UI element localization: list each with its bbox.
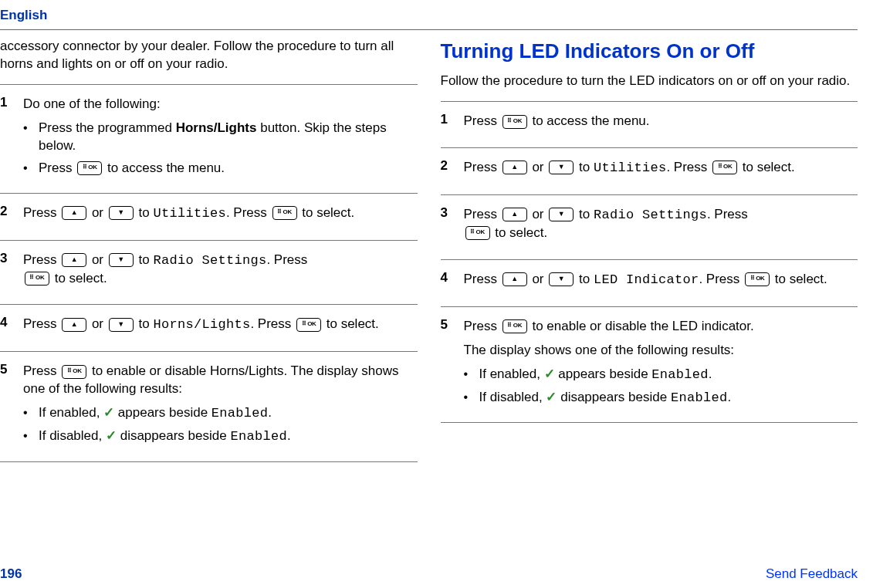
left-intro: accessory connector by your dealer. Foll…	[0, 38, 418, 73]
horns-lights-bold: Horns/Lights	[176, 120, 257, 135]
text: . Press	[707, 207, 748, 221]
menu-utilities: Utilities	[153, 206, 226, 221]
right-column: Turning LED Indicators On or Off Follow …	[441, 38, 858, 462]
text: to	[135, 252, 154, 267]
down-button-icon	[549, 272, 574, 286]
text: or	[88, 316, 107, 331]
right-intro: Follow the procedure to turn the LED ind…	[441, 73, 858, 90]
menu-enabled: Enabled	[651, 367, 709, 382]
text: Press	[464, 160, 501, 174]
left-step-3: 3 Press or to Radio Settings. Press to s…	[0, 241, 418, 306]
ok-button-icon	[77, 161, 102, 175]
down-button-icon	[109, 253, 134, 267]
text: to	[135, 316, 154, 331]
left-column: accessory connector by your dealer. Foll…	[0, 38, 418, 462]
text: to select.	[771, 272, 827, 286]
down-button-icon	[109, 206, 134, 220]
text: to	[575, 160, 594, 174]
text: to select.	[323, 316, 379, 331]
step-number: 2	[441, 156, 464, 184]
ok-button-icon	[465, 226, 490, 240]
text: disappears beside	[117, 428, 230, 443]
up-button-icon	[502, 161, 527, 174]
down-button-icon	[549, 161, 574, 174]
page-number: 196	[0, 566, 22, 582]
left-step-2: 2 Press or to Utilities. Press to select…	[0, 194, 418, 241]
menu-enabled: Enabled	[211, 406, 269, 421]
check-icon: ✓	[106, 428, 117, 443]
text: to select.	[739, 160, 795, 174]
section-title: Turning LED Indicators On or Off	[441, 38, 858, 65]
text: .	[709, 367, 712, 381]
text: If disabled,	[39, 428, 106, 443]
right-step-5: 5 Press to enable or disable the LED ind…	[441, 307, 858, 424]
text: Press	[39, 161, 76, 175]
text: Press	[464, 207, 501, 221]
text: or	[529, 160, 548, 174]
text: to access the menu.	[529, 113, 650, 128]
text: or	[529, 207, 548, 221]
menu-utilities: Utilities	[594, 161, 667, 175]
text: . Press	[266, 252, 307, 267]
check-icon: ✓	[544, 367, 555, 381]
step-number: 4	[441, 268, 464, 296]
menu-horns-lights: Horns/Lights	[153, 317, 250, 332]
text: to enable or disable the LED indicator.	[529, 319, 754, 333]
step1-lead: Do one of the following:	[23, 96, 418, 113]
menu-enabled: Enabled	[230, 429, 287, 444]
text: .	[268, 405, 272, 420]
up-button-icon	[502, 208, 527, 221]
text: Press	[464, 319, 501, 333]
right-step-3: 3 Press or to Radio Settings. Press to s…	[441, 195, 858, 260]
text: or	[529, 272, 548, 286]
step5-disabled: If disabled, ✓ disappears beside Enabled…	[464, 389, 858, 407]
text: disappears beside	[557, 390, 670, 404]
down-button-icon	[109, 318, 134, 332]
text: to access the menu.	[103, 161, 225, 175]
left-step-4: 4 Press or to Horns/Lights. Press to sel…	[0, 305, 418, 352]
menu-enabled: Enabled	[671, 390, 728, 405]
up-button-icon	[62, 206, 86, 220]
text: to select.	[51, 271, 107, 286]
up-button-icon	[62, 318, 86, 332]
left-step-5: 5 Press to enable or disable Horns/Light…	[0, 352, 418, 462]
menu-radio-settings: Radio Settings	[153, 253, 266, 268]
step-number: 1	[441, 110, 464, 137]
text: or	[88, 205, 107, 220]
language-header: English	[0, 8, 858, 23]
step-number: 3	[0, 248, 23, 294]
step-number: 5	[441, 315, 464, 412]
text: If enabled,	[479, 367, 544, 381]
ok-button-icon	[62, 365, 86, 379]
text: . Press	[666, 160, 711, 174]
step-number: 3	[441, 203, 464, 248]
step-number: 4	[0, 313, 23, 340]
text: appears beside	[114, 405, 211, 420]
text: Press	[464, 272, 501, 286]
left-step-1: 1 Do one of the following: Press the pro…	[0, 84, 418, 194]
check-icon: ✓	[103, 405, 114, 420]
text: Press	[23, 205, 60, 220]
text: . Press	[250, 316, 295, 331]
right-step-1: 1 Press to access the menu.	[441, 101, 858, 148]
text: If enabled,	[39, 405, 103, 420]
step5-enabled: If enabled, ✓ appears beside Enabled.	[464, 366, 858, 384]
menu-led-indicator: LED Indicator	[594, 272, 699, 287]
down-button-icon	[549, 208, 574, 221]
ok-button-icon	[296, 318, 321, 332]
step1-bullet1: Press the programmed Horns/Lights button…	[23, 120, 418, 155]
text: . Press	[699, 272, 743, 286]
step5-disabled: If disabled, ✓ disappears beside Enabled…	[23, 427, 418, 446]
ok-button-icon	[502, 319, 527, 333]
text: to select.	[299, 205, 355, 220]
send-feedback-link[interactable]: Send Feedback	[766, 566, 858, 582]
text: .	[287, 428, 291, 443]
right-step-4: 4 Press or to LED Indicator. Press to se…	[441, 260, 858, 307]
result-lead: The display shows one of the following r…	[464, 342, 858, 360]
menu-radio-settings: Radio Settings	[594, 208, 707, 222]
up-button-icon	[62, 253, 86, 267]
step1-bullet2: Press to access the menu.	[23, 160, 418, 177]
step5-enabled: If enabled, ✓ appears beside Enabled.	[23, 404, 418, 423]
step-number: 2	[0, 201, 23, 229]
right-step-2: 2 Press or to Utilities. Press to select…	[441, 148, 858, 195]
